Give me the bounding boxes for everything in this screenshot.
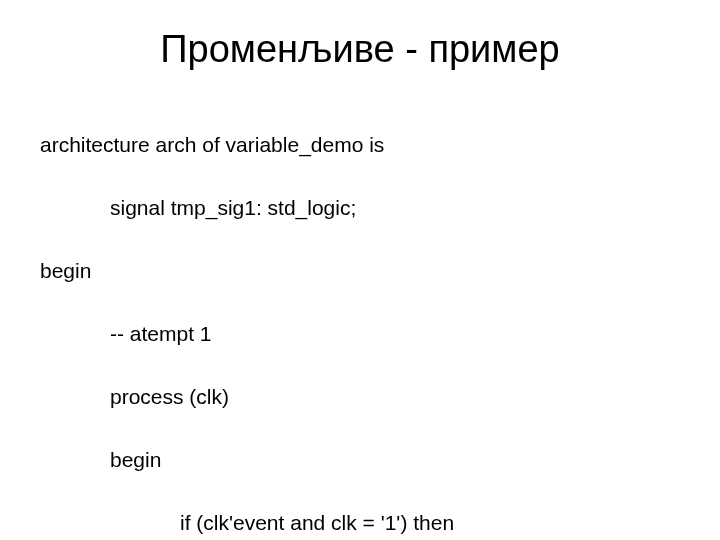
code-line: process (clk)	[40, 381, 680, 413]
code-line: if (clk'event and clk = '1') then	[40, 507, 680, 539]
code-block: architecture arch of variable_demo is si…	[40, 97, 680, 540]
code-line: signal tmp_sig1: std_logic;	[40, 192, 680, 224]
slide: Променљиве - пример architecture arch of…	[0, 0, 720, 540]
code-line: -- atempt 1	[40, 318, 680, 350]
code-line: architecture arch of variable_demo is	[40, 129, 680, 161]
slide-title: Променљиве - пример	[40, 28, 680, 71]
code-line: begin	[40, 444, 680, 476]
code-line: begin	[40, 255, 680, 287]
